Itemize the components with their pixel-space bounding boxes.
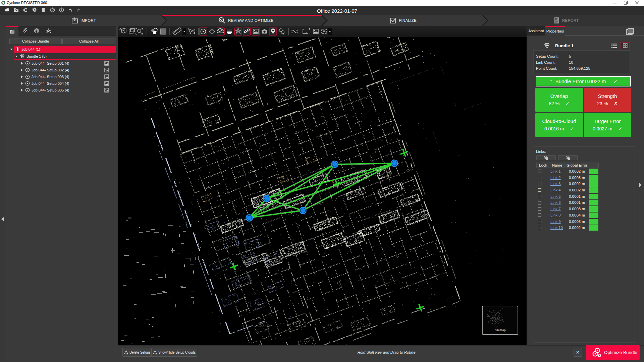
svg-text:SiteMap: SiteMap xyxy=(494,328,505,332)
